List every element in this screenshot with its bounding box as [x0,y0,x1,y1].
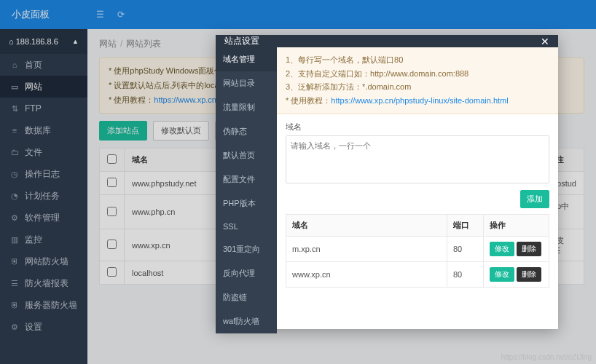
modal-tab-5[interactable]: 配置文件 [216,167,277,191]
domain-row: www.xp.cn80修改 删除 [286,261,549,287]
domain-table: 域名 端口 操作 m.xp.cn80修改 删除www.xp.cn80修改 删除 [286,214,549,288]
modal-tab-9[interactable]: 反向代理 [216,261,277,285]
modal-tab-2[interactable]: 流量限制 [216,95,277,119]
edit-domain-button[interactable]: 修改 [490,242,514,256]
modal-tab-8[interactable]: 301重定向 [216,237,277,261]
modal-title: 站点设置 [224,35,259,47]
modal-tab-1[interactable]: 网站目录 [216,71,277,95]
modal-sidebar: 域名管理网站目录流量限制伪静态默认首页配置文件PHP版本SSL301重定向反向代… [216,47,277,333]
modal-tab-6[interactable]: PHP版本 [216,191,277,215]
modal-tab-10[interactable]: 防盗链 [216,285,277,309]
site-settings-modal: 站点设置 ✕ 域名管理网站目录流量限制伪静态默认首页配置文件PHP版本SSL30… [216,35,558,329]
close-icon[interactable]: ✕ [541,36,549,47]
modal-tab-7[interactable]: SSL [216,215,277,237]
modal-tab-3[interactable]: 伪静态 [216,119,277,143]
delete-domain-button[interactable]: 删除 [517,267,541,282]
delete-domain-button[interactable]: 删除 [517,242,541,256]
add-domain-button[interactable]: 添加 [520,190,549,208]
domain-label: 域名 [286,122,549,132]
watermark: https://blog.csdn.net/oZiJing [501,353,592,361]
modal-tip: 1、每行写一个域名，默认端口80 2、支持自定义端口如：http://www.d… [277,47,558,114]
domain-textarea[interactable] [286,135,549,183]
modal-tab-11[interactable]: waf防火墙 [216,309,277,333]
modal-tab-0[interactable]: 域名管理 [216,47,277,71]
edit-domain-button[interactable]: 修改 [490,267,514,282]
domain-row: m.xp.cn80修改 删除 [286,236,549,261]
modal-tab-4[interactable]: 默认首页 [216,143,277,167]
